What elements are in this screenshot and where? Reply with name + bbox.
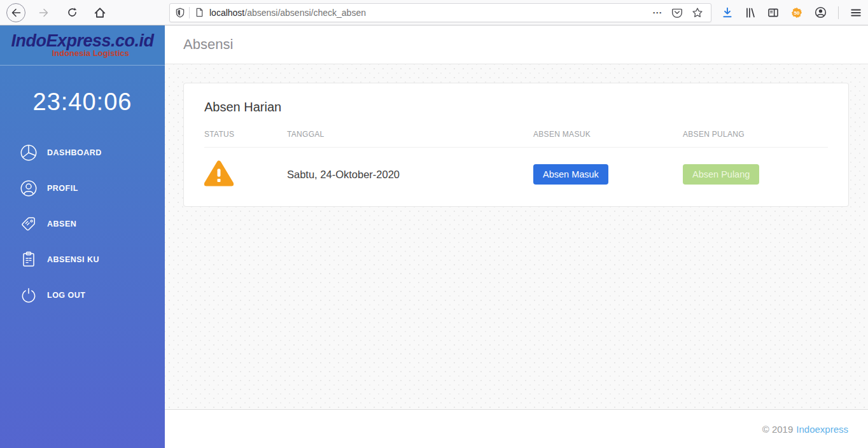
indoexpress-link[interactable]: Indoexpress — [796, 424, 848, 435]
sidebar-item-dashboard[interactable]: DASHBOARD — [0, 135, 165, 171]
footer: © 2019 Indoexpress — [165, 410, 868, 448]
downloads-icon[interactable] — [722, 7, 733, 18]
url-text[interactable]: localhost/absensi/absensi/check_absen — [209, 8, 652, 18]
tanggal-value: Sabtu, 24-Oktober-2020 — [287, 169, 400, 180]
warning-icon — [204, 160, 234, 186]
table-row: Sabtu, 24-Oktober-2020 Absen Masuk Absen… — [204, 148, 828, 190]
page-header: Absensi — [165, 25, 868, 64]
content-area: Absen Harian STATUS TANGGAL ABSEN MASUK … — [165, 64, 868, 410]
sidebar-item-label: DASHBOARD — [47, 148, 102, 157]
pocket-icon[interactable] — [671, 7, 683, 18]
clipboard-icon — [20, 251, 38, 269]
url-divider — [189, 7, 190, 18]
library-icon[interactable] — [745, 7, 756, 18]
sidebar-menu: DASHBOARD PROFIL — [0, 135, 165, 313]
digital-clock: 23:40:06 — [0, 88, 165, 116]
sidebar-item-absensi-ku[interactable]: ABSENSI KU — [0, 242, 165, 277]
sidebar-item-profil[interactable]: PROFIL — [0, 171, 165, 206]
tag-icon — [20, 215, 38, 233]
sidebar-item-log-out[interactable]: LOG OUT — [0, 277, 165, 313]
sidebar-item-label: ABSEN — [47, 220, 76, 228]
extension-icon[interactable]: 50 — [790, 6, 803, 19]
browser-toolbar: localhost/absensi/absensi/check_absen ⋯ — [0, 0, 868, 25]
toolbar-divider — [838, 6, 839, 19]
home-icon — [94, 7, 106, 18]
bookmark-star-icon[interactable] — [692, 7, 703, 18]
column-header-status: STATUS — [204, 130, 287, 148]
page-actions-icon[interactable]: ⋯ — [652, 7, 662, 18]
sidebar-item-label: LOG OUT — [47, 291, 85, 300]
url-path: /absensi/absensi/check_absen — [244, 8, 366, 18]
absen-harian-card: Absen Harian STATUS TANGGAL ABSEN MASUK … — [183, 83, 849, 207]
absen-masuk-button[interactable]: Absen Masuk — [533, 164, 608, 185]
address-bar[interactable]: localhost/absensi/absensi/check_absen ⋯ — [169, 3, 711, 22]
card-title: Absen Harian — [204, 100, 828, 115]
account-icon[interactable] — [815, 6, 827, 18]
column-header-absen-pulang: ABSEN PULANG — [683, 130, 828, 148]
absen-pulang-button[interactable]: Absen Pulang — [683, 164, 759, 185]
home-button[interactable] — [90, 3, 109, 22]
column-header-absen-masuk: ABSEN MASUK — [533, 130, 683, 148]
page-icon[interactable] — [195, 8, 204, 17]
toolbar-right-icons: 50 — [722, 6, 862, 19]
url-host: localhost — [209, 8, 244, 18]
main-area: Absensi Absen Harian STATUS TANGGAL ABSE… — [165, 25, 868, 448]
tracking-shield-icon[interactable] — [175, 8, 185, 18]
reload-button[interactable] — [62, 3, 81, 22]
power-icon — [20, 286, 38, 304]
back-button[interactable] — [6, 3, 25, 22]
copyright-text: © 2019 — [762, 424, 794, 435]
forward-arrow-icon — [39, 8, 49, 18]
sidebar-toggle-icon[interactable] — [767, 7, 779, 18]
back-arrow-icon — [11, 8, 21, 18]
sidebar-item-label: PROFIL — [47, 184, 78, 193]
sidebar-item-absen[interactable]: ABSEN — [0, 206, 165, 242]
menu-hamburger-icon[interactable] — [850, 7, 862, 18]
sidebar-item-label: ABSENSI KU — [47, 255, 99, 264]
page-title: Absensi — [183, 36, 233, 53]
extension-badge-count: 50 — [790, 10, 803, 16]
browser-nav-buttons — [6, 3, 109, 22]
user-icon — [20, 179, 38, 197]
sidebar: IndoExpress.co.id Indonesia Logistics 23… — [0, 25, 165, 448]
app-logo[interactable]: IndoExpress.co.id Indonesia Logistics — [0, 25, 165, 66]
forward-button[interactable] — [34, 3, 53, 22]
absen-table: STATUS TANGGAL ABSEN MASUK ABSEN PULANG — [204, 130, 828, 189]
column-header-tanggal: TANGGAL — [287, 130, 533, 148]
reload-icon — [67, 7, 78, 18]
pie-chart-icon — [20, 144, 38, 162]
